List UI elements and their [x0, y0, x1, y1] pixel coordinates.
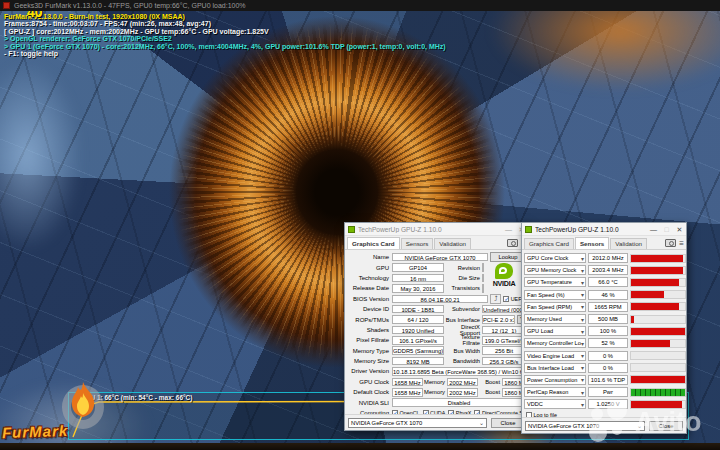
- field-row: BIOS Version86.04.1E.00.21⤴✓UEFI: [347, 294, 526, 304]
- field-row: ROPs/TMUs64 / 120Bus InterfacePCI-E 2.0 …: [347, 314, 526, 324]
- sensor-value: 2012.0 MHz: [588, 253, 628, 263]
- sensor-value: 500 MB: [588, 314, 628, 324]
- sensor-name-select[interactable]: GPU Temperature▾: [524, 277, 586, 287]
- sensor-name-select[interactable]: VDDC▾: [524, 399, 586, 409]
- field-label: Texture Fillrate: [444, 334, 482, 346]
- dropdown-arrow-icon[interactable]: ▾: [581, 291, 585, 298]
- sensor-name: GPU Memory Clock: [525, 267, 581, 273]
- camera-icon[interactable]: [507, 239, 518, 247]
- gpuz-app-icon: [348, 226, 355, 233]
- furmark-titlebar[interactable]: Geeks3D FurMark v1.13.0.0 - 47FPS, GPU0 …: [0, 0, 720, 11]
- field-value: GDDR5 (Samsung): [392, 346, 444, 355]
- dropdown-arrow-icon[interactable]: ▾: [581, 255, 585, 262]
- field-label: GPU Clock: [347, 379, 392, 385]
- sensor-name-select[interactable]: Fan Speed (RPM)▾: [524, 302, 586, 312]
- sensor-name-select[interactable]: Fan Speed (%)▾: [524, 290, 586, 300]
- gpuz-card-titlebar[interactable]: TechPowerUp GPU-Z 1.10.0 — ✕: [345, 223, 528, 236]
- tab-validation[interactable]: Validation: [610, 238, 647, 249]
- tab-graphics-card[interactable]: Graphics Card: [347, 237, 400, 249]
- dropdown-arrow-icon[interactable]: ▾: [581, 389, 585, 396]
- field-label: NVIDIA SLI: [347, 400, 392, 406]
- furmark-title-text: Geeks3D FurMark v1.13.0.0 - 47FPS, GPU0 …: [14, 2, 246, 9]
- dropdown-arrow-icon[interactable]: ▾: [581, 364, 585, 371]
- field-row: Memory TypeGDDR5 (Samsung)Bus Width256 B…: [347, 346, 526, 356]
- field-row: Shaders1920 UnifiedDirectX Support12 (12…: [347, 325, 526, 335]
- camera-icon[interactable]: [665, 239, 676, 247]
- tab-graphics-card[interactable]: Graphics Card: [524, 238, 574, 249]
- sensor-name-select[interactable]: Memory Used▾: [524, 314, 586, 324]
- field-row: GPU Clock1658 MHzMemory2002 MHzBoost1860…: [347, 377, 526, 387]
- dropdown-arrow-icon[interactable]: ▾: [581, 267, 585, 274]
- gpuz-sensors-titlebar[interactable]: TechPowerUp GPU-Z 1.10.0 — □ ✕: [522, 223, 686, 236]
- osd-line: > OpenGL renderer: GeForce GTX 1070/PCIe…: [4, 35, 446, 42]
- device-select[interactable]: NVIDIA GeForce GTX 1070 ⌄: [348, 418, 487, 428]
- field-value: GP104: [392, 263, 444, 272]
- gpuz-card-tabbar: Graphics CardSensorsValidation≡: [345, 236, 528, 250]
- field-value: Disabled: [392, 398, 526, 407]
- field-label: BIOS Version: [347, 296, 392, 302]
- tab-sensors[interactable]: Sensors: [401, 238, 434, 249]
- sensor-name: Bus Interface Load: [525, 365, 581, 371]
- sensor-name-select[interactable]: PerfCap Reason▾: [524, 387, 586, 397]
- sensor-bar: [630, 327, 686, 336]
- dropdown-arrow-icon[interactable]: ▾: [581, 340, 585, 347]
- sensor-bar: [630, 302, 686, 311]
- field-label: Release Date: [347, 285, 392, 291]
- sensor-name-select[interactable]: Bus Interface Load▾: [524, 363, 586, 373]
- sensor-name: GPU Load: [525, 328, 581, 334]
- sensor-bar: [630, 266, 686, 275]
- field-row: Driver Version10.18.13.6895 Beta (ForceW…: [347, 366, 526, 376]
- sensor-row: Memory Controller Load▾52 %: [524, 337, 686, 349]
- dropdown-arrow-icon[interactable]: ▾: [581, 328, 585, 335]
- field-value: PCI-E 2.0 x16 @ x16 2.0: [482, 315, 515, 324]
- sensor-name: Power Consumption: [525, 377, 581, 383]
- sensor-value: 66.0 °C: [588, 277, 628, 287]
- field-label: Bandwidth: [444, 358, 482, 364]
- osd-lines: FurMark v1.13.0.0 - Burn-in test, 1920x1…: [4, 13, 446, 57]
- osd-line: > GPU 1 (GeForce GTX 1070) - core:2012MH…: [4, 43, 446, 50]
- dropdown-arrow-icon[interactable]: ▾: [581, 352, 585, 359]
- field-label: Driver Version: [347, 368, 392, 374]
- minimize-button[interactable]: —: [647, 224, 660, 235]
- sensor-value: Pwr: [588, 387, 628, 397]
- sensor-value: 2003.4 MHz: [588, 265, 628, 275]
- checkbox-icon: ✓: [503, 296, 509, 302]
- dropdown-arrow-icon[interactable]: ▾: [581, 303, 585, 310]
- gpuz-sensors-tabbar: Graphics CardSensorsValidation≡: [522, 236, 686, 250]
- menu-icon[interactable]: ≡: [679, 241, 684, 247]
- furmark-app-icon: [3, 2, 10, 9]
- sensor-value: 52 %: [588, 338, 628, 348]
- field-value: 1920 Unified: [392, 326, 444, 335]
- close-button[interactable]: ✕: [673, 224, 686, 235]
- sensor-row: GPU Temperature▾66.0 °C: [524, 276, 686, 288]
- nvidia-eye-icon: [495, 263, 513, 279]
- sensor-name-select[interactable]: Video Engine Load▾: [524, 351, 586, 361]
- gpuz-sensors-title: TechPowerUp GPU-Z 1.10.0: [535, 226, 647, 233]
- tab-sensors[interactable]: Sensors: [575, 237, 609, 249]
- maximize-button[interactable]: □: [660, 224, 673, 235]
- share-bios-icon[interactable]: ⤴: [490, 294, 501, 304]
- field-value: 10.18.13.6895 Beta (ForceWare 368.95) / …: [392, 367, 526, 376]
- sensor-name-select[interactable]: GPU Memory Clock▾: [524, 265, 586, 275]
- dropdown-arrow-icon[interactable]: ▾: [581, 279, 585, 286]
- sensor-value: 101.6 % TDP: [588, 375, 628, 385]
- field-row: Memory Size8192 MBBandwidth256.3 GB/s: [347, 356, 526, 366]
- tab-validation[interactable]: Validation: [434, 238, 471, 249]
- sensor-name-select[interactable]: Memory Controller Load▾: [524, 338, 586, 348]
- field-row: Device ID10DE - 1B81SubvendorUndefined (…: [347, 304, 526, 314]
- sensor-name-select[interactable]: GPU Load▾: [524, 326, 586, 336]
- field-label: Revision: [444, 265, 482, 271]
- avito-logo-icon: [585, 398, 631, 446]
- dropdown-arrow-icon[interactable]: ▾: [581, 316, 585, 323]
- field-value: 1658 MHz: [392, 378, 423, 387]
- minimize-button[interactable]: —: [502, 224, 515, 235]
- close-window-button[interactable]: Close: [491, 418, 525, 428]
- sensor-bar-fill: [631, 340, 670, 347]
- dropdown-arrow-icon[interactable]: ▾: [581, 376, 585, 383]
- sensor-name-select[interactable]: GPU Core Clock▾: [524, 253, 586, 263]
- osd-line: FurMark v1.13.0.0 - Burn-in test, 1920x1…: [4, 13, 446, 20]
- osd-line: - F1: toggle help: [4, 50, 446, 57]
- sensor-name: Fan Speed (RPM): [525, 304, 581, 310]
- field-label: Name: [347, 254, 392, 260]
- sensor-name-select[interactable]: Power Consumption▾: [524, 375, 586, 385]
